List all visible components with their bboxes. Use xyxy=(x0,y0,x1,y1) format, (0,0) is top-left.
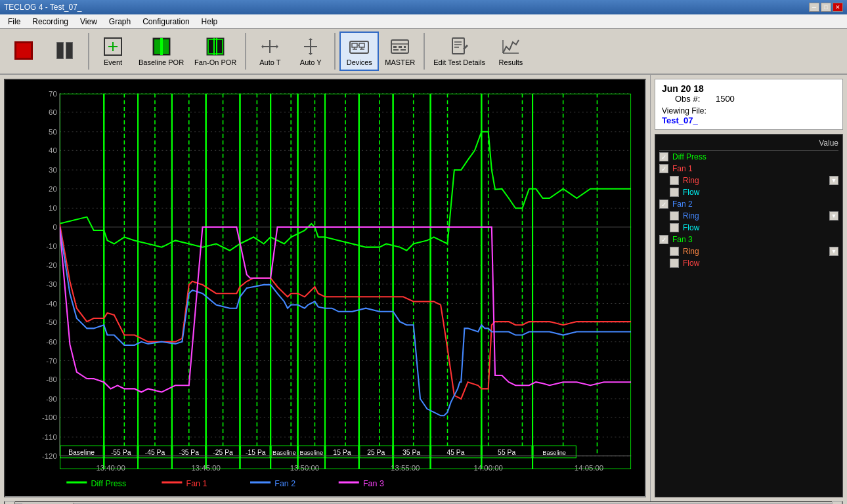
fan3-flow-checkbox[interactable] xyxy=(670,259,679,268)
results-button[interactable]: Results xyxy=(491,32,531,71)
legend-panel: Value Diff Press Fan 1 Ring ▼ Flow xyxy=(655,134,843,497)
svg-rect-31 xyxy=(399,46,402,48)
svg-text:0: 0 xyxy=(53,223,56,231)
svg-text:-10: -10 xyxy=(46,242,56,250)
legend-fan2-ring: Ring ▼ xyxy=(659,210,838,222)
master-label: MASTER xyxy=(385,58,415,66)
date-display: Jun 20 18 xyxy=(662,83,836,94)
svg-text:-60: -60 xyxy=(46,338,56,346)
fan2-ring-name: Ring xyxy=(683,211,829,220)
svg-rect-153 xyxy=(250,482,271,484)
baseline-por-button[interactable]: Baseline POR xyxy=(134,32,188,71)
svg-rect-30 xyxy=(393,46,397,48)
toolbar: Event Baseline POR Fan-On POR xyxy=(0,29,847,75)
fan2-checkbox[interactable] xyxy=(659,200,668,209)
svg-text:-55 Pa: -55 Pa xyxy=(111,449,131,456)
menu-configuration[interactable]: Configuration xyxy=(137,16,194,28)
record-stop-button[interactable] xyxy=(4,32,43,71)
obs-display: Obs #: 1500 xyxy=(662,94,836,104)
svg-text:13:45:00: 13:45:00 xyxy=(192,464,221,472)
svg-rect-4 xyxy=(154,39,161,54)
svg-rect-155 xyxy=(339,482,359,484)
horizontal-scrollbar[interactable]: ◄ ► xyxy=(4,501,843,504)
svg-text:Fan 3: Fan 3 xyxy=(363,479,384,488)
svg-text:25 Pa: 25 Pa xyxy=(367,449,385,456)
results-icon xyxy=(500,36,521,57)
svg-text:14:00:00: 14:00:00 xyxy=(474,464,503,472)
auto-y-button[interactable]: Auto Y xyxy=(291,32,330,71)
title-bar: TECLOG 4 - Test_07_ ─ □ ✕ xyxy=(0,0,847,14)
svg-rect-149 xyxy=(66,482,87,484)
menu-bar: File Recording View Graph Configuration … xyxy=(0,14,847,29)
fan2-ring-checkbox[interactable] xyxy=(670,211,679,220)
svg-rect-8 xyxy=(207,38,224,55)
fan1-ring-name: Ring xyxy=(683,176,829,185)
fan3-ring-dropdown[interactable]: ▼ xyxy=(829,247,838,256)
channels-icon xyxy=(54,40,75,61)
fan-on-por-label: Fan-On POR xyxy=(194,58,236,66)
legend-header: Value xyxy=(659,138,838,151)
info-box: Jun 20 18 Obs #: 1500 Viewing File: Test… xyxy=(655,79,843,130)
svg-rect-33 xyxy=(393,49,399,51)
svg-rect-32 xyxy=(404,46,406,48)
edit-test-button[interactable]: Edit Test Details xyxy=(429,32,490,71)
legend-fan1: Fan 1 xyxy=(659,163,838,175)
svg-text:60: 60 xyxy=(49,108,57,116)
fan3-ring-checkbox[interactable] xyxy=(670,247,679,256)
devices-button[interactable]: Devices xyxy=(339,32,379,71)
master-button[interactable]: MASTER xyxy=(380,32,420,71)
title-controls: ─ □ ✕ xyxy=(809,3,843,12)
svg-text:-70: -70 xyxy=(46,357,56,365)
auto-t-icon xyxy=(259,36,280,57)
close-button[interactable]: ✕ xyxy=(833,3,843,12)
toolbar-separator-2 xyxy=(245,33,246,70)
fan3-ring-name: Ring xyxy=(683,247,829,256)
results-label: Results xyxy=(499,58,523,66)
menu-help[interactable]: Help xyxy=(196,16,223,28)
fan1-flow-checkbox[interactable] xyxy=(670,188,679,197)
auto-y-icon xyxy=(300,36,321,57)
legend-fan2: Fan 2 xyxy=(659,198,838,210)
svg-text:-120: -120 xyxy=(42,452,57,460)
menu-recording[interactable]: Recording xyxy=(27,16,74,28)
scroll-left-arrow[interactable]: ◄ xyxy=(5,501,15,504)
svg-text:13:55:00: 13:55:00 xyxy=(391,464,420,472)
svg-text:45 Pa: 45 Pa xyxy=(446,449,464,456)
legend-fan3-ring: Ring ▼ xyxy=(659,245,838,257)
auto-t-button[interactable]: Auto T xyxy=(250,32,290,71)
value-header: Value xyxy=(819,138,838,148)
red-square-icon xyxy=(13,40,34,61)
fan1-name: Fan 1 xyxy=(672,164,838,173)
fan1-checkbox[interactable] xyxy=(659,164,668,173)
chart-area[interactable]: 70 60 50 40 30 20 10 0 -10 -20 -30 -40 -… xyxy=(4,79,646,497)
fan2-ring-dropdown[interactable]: ▼ xyxy=(829,211,838,220)
obs-value: 1500 xyxy=(716,94,735,104)
svg-text:-35 Pa: -35 Pa xyxy=(179,449,200,456)
menu-graph[interactable]: Graph xyxy=(104,16,136,28)
svg-text:13:40:00: 13:40:00 xyxy=(96,464,125,472)
file-name-link[interactable]: Test_07_ xyxy=(662,116,836,125)
svg-text:70: 70 xyxy=(49,90,57,98)
devices-label: Devices xyxy=(347,58,372,66)
diff-press-checkbox[interactable] xyxy=(659,152,668,161)
svg-marker-15 xyxy=(276,45,278,49)
menu-view[interactable]: View xyxy=(75,16,102,28)
svg-text:30: 30 xyxy=(49,166,57,174)
svg-text:13:50:00: 13:50:00 xyxy=(290,464,319,472)
minimize-button[interactable]: ─ xyxy=(809,3,819,12)
svg-text:10: 10 xyxy=(49,204,57,212)
fan2-flow-checkbox[interactable] xyxy=(670,223,679,232)
event-button[interactable]: Event xyxy=(93,32,133,71)
fan-on-por-button[interactable]: Fan-On POR xyxy=(190,32,241,71)
fan3-checkbox[interactable] xyxy=(659,235,668,244)
main-content: 70 60 50 40 30 20 10 0 -10 -20 -30 -40 -… xyxy=(0,75,847,501)
maximize-button[interactable]: □ xyxy=(821,3,831,12)
fan1-ring-checkbox[interactable] xyxy=(670,176,679,185)
scroll-right-arrow[interactable]: ► xyxy=(832,501,842,504)
channels-button[interactable] xyxy=(45,32,84,71)
menu-file[interactable]: File xyxy=(3,16,26,28)
chart-svg: 70 60 50 40 30 20 10 0 -10 -20 -30 -40 -… xyxy=(5,80,645,496)
svg-text:20: 20 xyxy=(49,185,57,193)
legend-fan3: Fan 3 xyxy=(659,234,838,245)
fan1-ring-dropdown[interactable]: ▼ xyxy=(829,176,838,185)
